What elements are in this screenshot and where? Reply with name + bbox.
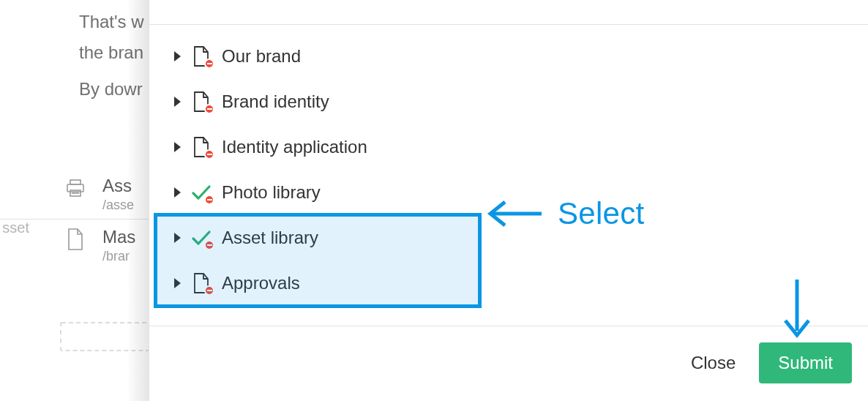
close-button[interactable]: Close: [686, 345, 740, 381]
tree-item-identity-application[interactable]: Identity application: [174, 124, 868, 170]
tree-item-label: Our brand: [222, 46, 301, 67]
bg-asset-path: /brar: [102, 249, 135, 264]
file-icon: [66, 228, 85, 250]
caret-icon[interactable]: [174, 97, 181, 107]
restricted-badge-icon: [204, 285, 214, 296]
caret-icon[interactable]: [174, 142, 181, 152]
restricted-badge-icon: [204, 195, 214, 205]
printer-icon: [66, 177, 85, 199]
restricted-badge-icon: [204, 104, 214, 114]
page-restricted-icon: [191, 45, 212, 67]
bg-asset-path: /asse: [102, 198, 134, 213]
tree-item-brand-identity[interactable]: Brand identity: [174, 79, 868, 124]
tree-item-photo-library[interactable]: Photo library: [174, 170, 868, 215]
tree-item-label: Approvals: [222, 273, 300, 293]
caret-icon[interactable]: [174, 51, 181, 61]
submit-button[interactable]: Submit: [759, 342, 852, 383]
tree-item-label: Identity application: [222, 137, 367, 157]
caret-icon[interactable]: [174, 187, 181, 198]
tree-item-our-brand[interactable]: Our brand: [174, 34, 868, 79]
restricted-badge-icon: [204, 149, 214, 160]
caret-icon[interactable]: [174, 278, 181, 288]
modal-body: Our brand Brand identity: [149, 25, 868, 326]
tree-item-label: Asset library: [222, 228, 318, 248]
bg-asset-title: Ass: [102, 176, 134, 196]
modal-footer: Close Submit: [149, 326, 868, 401]
tree-item-label: Brand identity: [222, 91, 329, 112]
modal-dialog: Our brand Brand identity: [149, 0, 868, 401]
check-restricted-icon: [191, 227, 212, 249]
tree-item-approvals[interactable]: Approvals: [174, 261, 868, 306]
bg-asset-title: Mas: [102, 227, 135, 247]
page-tree: Our brand Brand identity: [149, 34, 868, 306]
svg-rect-0: [70, 180, 81, 184]
restricted-badge-icon: [204, 240, 214, 250]
tree-item-asset-library[interactable]: Asset library: [174, 215, 868, 261]
page-restricted-icon: [191, 91, 212, 113]
bg-side-label: sset: [0, 220, 29, 236]
check-restricted-icon: [191, 181, 212, 203]
page-restricted-icon: [191, 272, 212, 294]
caret-icon[interactable]: [174, 233, 181, 243]
tree-item-label: Photo library: [222, 182, 321, 203]
page-restricted-icon: [191, 136, 212, 158]
restricted-badge-icon: [204, 59, 214, 69]
